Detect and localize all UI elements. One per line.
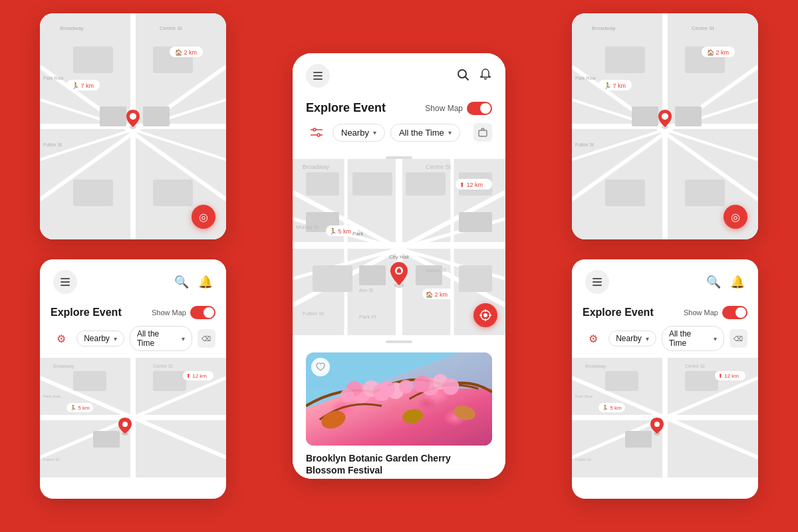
location-button-center[interactable] [473,303,497,327]
chevron-alltime-rb: ▾ [714,335,717,342]
menu-button-rb[interactable] [585,270,609,294]
bell-button-center[interactable] [479,68,492,84]
search-button-lb[interactable]: 🔍 [174,275,189,289]
heart-button-center[interactable] [311,358,330,376]
svg-text:Park Row: Park Row [43,76,64,80]
explore-section-rb: Explore Event Show Map ⚙ Nearby ▾ All th… [572,299,758,358]
bell-button-lb[interactable]: 🔔 [198,275,213,289]
toggle-rb[interactable] [722,306,747,319]
svg-text:⬆ 12 km: ⬆ 12 km [460,182,483,188]
menu-button-lb[interactable] [53,270,77,294]
toggle-knob-center [480,103,491,114]
svg-point-161 [414,376,430,392]
nearby-dropdown-rb[interactable]: Nearby ▾ [608,331,656,346]
svg-text:Fulton St: Fulton St [43,142,62,147]
svg-rect-61 [685,180,725,206]
menu-icon-rb [593,278,602,286]
svg-rect-110 [479,130,487,136]
chevron-alltime-lb: ▾ [182,335,185,342]
svg-point-165 [380,381,395,396]
location-button-rt[interactable]: ◎ [724,205,747,229]
svg-text:Park: Park [352,231,364,237]
svg-text:Fulton St: Fulton St [43,458,59,462]
event-image-center [306,352,492,446]
svg-rect-10 [153,180,193,206]
explore-title-lb: Explore Event [51,307,122,319]
show-map-label-rb: Show Map [684,309,718,317]
svg-text:🏃 5 km: 🏃 5 km [602,404,622,411]
explore-title-rb: Explore Event [583,307,654,319]
location-button-left-top[interactable]: ◎ [192,205,215,229]
svg-rect-12 [143,106,170,126]
chevron-nearby-lb: ▾ [114,335,117,342]
show-map-center: Show Map [425,102,492,115]
map-rb: Broadway Centre St Park Row Fulton St ⬆ … [572,358,758,477]
alltime-dropdown-lb[interactable]: All the Time ▾ [130,326,192,351]
filter-icon-btn-rb[interactable]: ⚙ [583,328,603,349]
svg-point-162 [442,378,459,395]
svg-point-18 [130,113,136,120]
svg-text:Centre St: Centre St [685,364,705,368]
svg-rect-7 [73,47,113,73]
map-center: Broadway Centre St Murray St Fulton St P… [293,159,505,335]
search-button-center[interactable] [456,68,469,84]
nearby-dropdown-center[interactable]: Nearby ▾ [332,124,385,142]
menu-button-center[interactable] [306,64,330,88]
phone-right-top: Broadway Centre St Park Row Fulton St 🏠 … [572,13,758,239]
explore-header-center: Explore Event Show Map [306,101,492,115]
filter-icon-btn-center[interactable] [306,122,327,143]
svg-line-103 [466,76,469,80]
clear-btn-rb[interactable]: ⌫ [730,329,747,348]
clear-btn-lb[interactable]: ⌫ [198,329,215,348]
svg-rect-127 [459,265,492,292]
svg-text:City Hall: City Hall [389,254,409,260]
event-card-center: Brooklyn Botanic Garden Cherry Blossom F… [293,343,505,479]
svg-text:Broadway: Broadway [60,25,84,31]
alltime-dropdown-center[interactable]: All the Time ▾ [390,124,460,142]
svg-text:Centre St: Centre St [160,25,183,31]
svg-text:Fulton St: Fulton St [575,458,591,462]
svg-rect-90 [685,371,718,391]
alltime-dropdown-rb[interactable]: All the Time ▾ [662,326,724,351]
toggle-center[interactable] [467,102,492,115]
svg-text:Murray St: Murray St [296,224,319,230]
header-icons-lb: 🔍 🔔 [174,275,213,289]
svg-text:Fulton St: Fulton St [575,142,594,147]
svg-point-50 [122,422,128,427]
toggle-lb[interactable] [190,306,215,319]
svg-text:Ann St: Ann St [359,288,373,293]
svg-rect-126 [313,265,352,292]
svg-rect-62 [632,106,658,126]
map-lb: Broadway Centre St Park Row Fulton St ⬆ … [40,358,226,477]
svg-text:Centre St: Centre St [153,364,173,368]
svg-rect-125 [459,212,492,232]
svg-point-158 [340,388,354,402]
svg-rect-89 [605,371,638,391]
svg-point-104 [313,128,316,131]
svg-rect-60 [605,180,645,206]
svg-rect-39 [153,371,186,391]
svg-text:Broadway: Broadway [303,164,330,170]
search-button-rb[interactable]: 🔍 [706,275,721,289]
clear-btn-center[interactable] [473,123,492,142]
svg-text:🏃 7 km: 🏃 7 km [604,82,626,90]
svg-point-168 [402,408,424,425]
chevron-alltime-center: ▾ [448,129,452,136]
nearby-dropdown-lb[interactable]: Nearby ▾ [76,331,124,346]
phone-center: Explore Event Show Map [293,53,505,479]
menu-icon-lb [61,278,70,286]
bell-button-rb[interactable]: 🔔 [730,275,745,289]
show-map-label-lb: Show Map [152,309,186,317]
svg-text:⬆ 12 km: ⬆ 12 km [718,373,739,379]
svg-point-164 [399,380,413,394]
filter-icon-btn-lb[interactable]: ⚙ [51,328,71,349]
svg-text:Park Row: Park Row [575,76,596,80]
svg-text:Park Row: Park Row [43,394,61,398]
explore-header-lb: Explore Event Show Map [51,306,215,319]
phone-left-bottom: 🔍 🔔 Explore Event Show Map ⚙ Nearby ▾ [40,259,226,499]
header-rb: 🔍 🔔 [572,259,758,299]
header-left-bottom: 🔍 🔔 [40,259,226,299]
svg-rect-91 [625,431,652,448]
svg-text:Centre St: Centre St [692,25,715,31]
menu-icon-center [313,72,323,80]
